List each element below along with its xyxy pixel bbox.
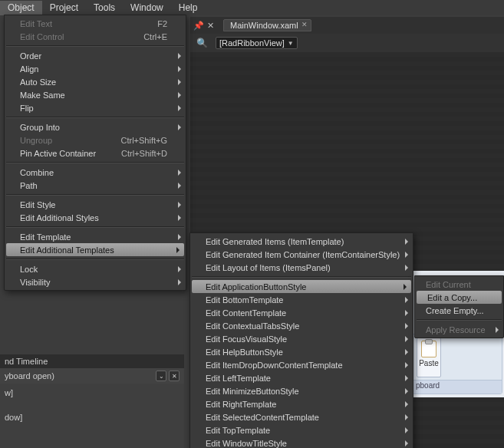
- separator: [192, 276, 411, 278]
- element-combo-value: [RadRibbonView]: [219, 38, 285, 48]
- paste-label: Paste: [419, 359, 439, 367]
- mi-focus-visual-style[interactable]: Edit FocusVisualStyle: [190, 332, 413, 345]
- mi-apply-resource[interactable]: Apply Resource: [415, 323, 503, 336]
- mi-lock[interactable]: Lock: [5, 262, 186, 275]
- mi-ungroup[interactable]: Ungroup Ctrl+Shift+G: [5, 133, 186, 147]
- mi-left-template[interactable]: Edit LeftTemplate: [190, 371, 413, 384]
- menu-project[interactable]: Project: [42, 1, 86, 15]
- mi-bottom-template[interactable]: Edit BottomTemplate: [190, 293, 413, 306]
- edit-style-submenu: Edit Current Edit a Copy... Create Empty…: [414, 275, 504, 338]
- clipboard-group: Paste pboard: [412, 334, 502, 394]
- document-tab-label: MainWindow.xaml: [230, 21, 298, 30]
- separator: [6, 45, 184, 47]
- element-combo[interactable]: [RadRibbonView] ▼: [216, 37, 298, 49]
- mi-item-dropdown-template[interactable]: Edit ItemDropDownContentTemplate: [190, 358, 413, 371]
- separator: [6, 226, 184, 228]
- mi-right-template[interactable]: Edit RightTemplate: [190, 397, 413, 410]
- menu-object[interactable]: Object: [0, 1, 42, 15]
- menu-window[interactable]: Window: [123, 1, 171, 15]
- timeline-header: nd Timeline: [0, 354, 184, 368]
- document-tabstrip: 📌 ✕ MainWindow.xaml ✕: [190, 17, 504, 34]
- mi-edit-add-styles[interactable]: Edit Additional Styles: [5, 211, 186, 224]
- timeline-sub-label: yboard open): [5, 371, 54, 380]
- timeline-row-1[interactable]: w]: [0, 387, 184, 399]
- timeline-row-2[interactable]: dow]: [0, 411, 184, 423]
- mi-app-button-style[interactable]: Edit ApplicationButtonStyle: [192, 280, 411, 293]
- mi-edit-a-copy[interactable]: Edit a Copy...: [417, 291, 502, 304]
- separator: [6, 117, 184, 118]
- clipboard-group-label: pboard: [413, 380, 502, 394]
- menubar: Object Project Tools Window Help: [0, 0, 504, 15]
- mi-order[interactable]: Order: [5, 49, 186, 62]
- separator: [417, 319, 502, 321]
- mi-make-same[interactable]: Make Same: [5, 88, 186, 101]
- designer-toolbar: 🔍 [RadRibbonView] ▼: [190, 34, 504, 53]
- additional-templates-submenu: Edit Generated Items (ItemTemplate) Edit…: [189, 232, 413, 448]
- object-menu: Edit Text F2 Edit Control Ctrl+E Order A…: [4, 15, 186, 291]
- close-tab-icon[interactable]: ✕: [301, 21, 308, 28]
- clipboard-icon: [421, 341, 436, 357]
- mi-create-empty[interactable]: Create Empty...: [415, 304, 503, 317]
- timeline-sub: yboard open) ⌄ ✕: [0, 368, 184, 384]
- mi-layout-items[interactable]: Edit Layout of Items (ItemsPanel): [190, 261, 413, 274]
- mi-window-title-style[interactable]: Edit WindowTitleStyle: [190, 436, 413, 448]
- menu-help[interactable]: Help: [171, 1, 206, 15]
- mi-edit-template[interactable]: Edit Template: [5, 230, 186, 243]
- pin-icon[interactable]: 📌: [193, 21, 204, 31]
- timeline-close-icon[interactable]: ✕: [169, 371, 180, 381]
- timeline-tree: w] dow]: [0, 384, 184, 427]
- mi-selected-content-template[interactable]: Edit SelectedContentTemplate: [190, 410, 413, 423]
- timeline-header-label: nd Timeline: [5, 357, 48, 366]
- mi-align[interactable]: Align: [5, 62, 186, 75]
- mi-combine[interactable]: Combine: [5, 166, 186, 179]
- paste-button[interactable]: Paste: [417, 338, 441, 377]
- mi-top-template[interactable]: Edit TopTemplate: [190, 423, 413, 436]
- mi-edit-style[interactable]: Edit Style: [5, 198, 186, 211]
- mi-gen-items[interactable]: Edit Generated Items (ItemTemplate): [190, 235, 413, 248]
- mi-context-tabs-style[interactable]: Edit ContextualTabsStyle: [190, 319, 413, 332]
- mi-minimize-button-style[interactable]: Edit MinimizeButtonStyle: [190, 384, 413, 397]
- timeline-btn-1[interactable]: ⌄: [156, 371, 166, 381]
- mi-group-into[interactable]: Group Into: [5, 120, 186, 133]
- mi-help-button-style[interactable]: Edit HelpButtonStyle: [190, 345, 413, 358]
- timeline-panel: nd Timeline yboard open) ⌄ ✕ w] dow]: [0, 354, 184, 448]
- mi-gen-item-cont[interactable]: Edit Generated Item Container (ItemConta…: [190, 248, 413, 261]
- menu-tools[interactable]: Tools: [86, 1, 123, 15]
- mi-path[interactable]: Path: [5, 179, 186, 192]
- document-tab[interactable]: MainWindow.xaml ✕: [223, 19, 311, 31]
- chevron-down-icon: ▼: [288, 40, 294, 47]
- mi-edit-text[interactable]: Edit Text F2: [5, 17, 186, 30]
- mi-edit-add-templates[interactable]: Edit Additional Templates: [6, 243, 184, 256]
- mi-edit-current[interactable]: Edit Current: [415, 278, 503, 291]
- mi-flip[interactable]: Flip: [5, 101, 186, 114]
- separator: [6, 162, 184, 163]
- mi-edit-control[interactable]: Edit Control Ctrl+E: [5, 30, 186, 43]
- mi-auto-size[interactable]: Auto Size: [5, 75, 186, 88]
- separator: [6, 259, 184, 260]
- mi-pin-active[interactable]: Pin Active Container Ctrl+Shift+D: [5, 147, 186, 160]
- mi-content-template[interactable]: Edit ContentTemplate: [190, 306, 413, 319]
- search-icon[interactable]: 🔍: [196, 38, 208, 48]
- separator: [6, 194, 184, 196]
- mi-visibility[interactable]: Visibility: [5, 275, 186, 288]
- close-doc-icon[interactable]: ✕: [207, 21, 214, 31]
